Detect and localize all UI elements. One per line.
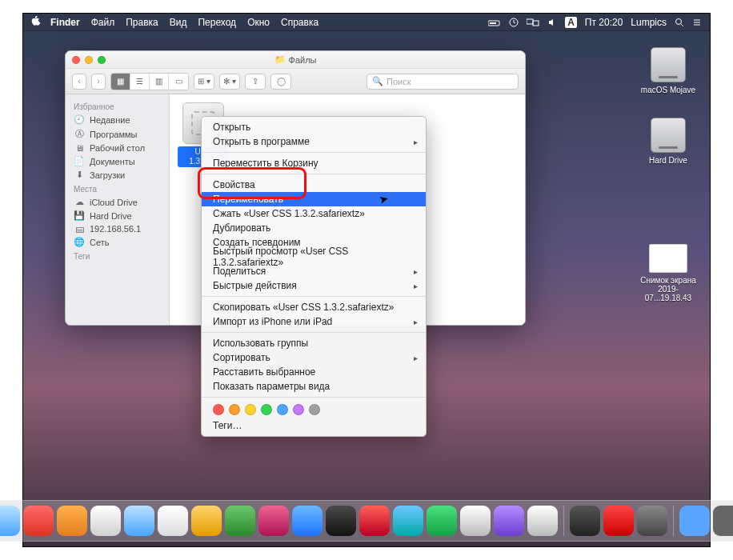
dock[interactable] [0, 500, 733, 542]
context-menu-item[interactable]: Быстрый просмотр «User CSS 1.3.2.safarie… [202, 250, 426, 264]
sidebar-item[interactable]: ⬇Загрузки [66, 168, 169, 182]
fullscreen-button[interactable] [98, 56, 106, 64]
context-menu-item[interactable]: Показать параметры вида [202, 379, 426, 394]
context-menu-item[interactable]: Свойства [202, 178, 426, 192]
dock-app[interactable] [258, 506, 289, 536]
dock-app[interactable] [0, 506, 20, 536]
context-menu-item[interactable]: Переименовать [202, 192, 426, 206]
tag-color[interactable] [277, 404, 288, 415]
context-menu-item[interactable]: Скопировать «User CSS 1.3.2.safariextz» [202, 300, 426, 314]
dock-app[interactable] [460, 506, 491, 536]
tag-color[interactable] [229, 404, 240, 415]
dock-app[interactable] [494, 506, 524, 536]
desktop-icon-screenshot[interactable]: Снимок экрана 2019-07...19.18.43 [636, 244, 700, 302]
context-menu-item[interactable]: Открыть [202, 120, 426, 134]
sidebar-item[interactable]: 🌐Сеть [66, 235, 169, 249]
menu-window[interactable]: Окно [247, 17, 270, 28]
sidebar-item[interactable]: 💾Hard Drive [66, 209, 169, 222]
dock-app[interactable] [225, 506, 255, 536]
tags-button[interactable]: ◯ [270, 74, 291, 90]
dock-app[interactable] [603, 506, 634, 536]
back-button[interactable]: ‹ [72, 74, 86, 90]
dock-app[interactable] [393, 506, 423, 536]
context-menu-item[interactable]: Переместить в Корзину [202, 156, 426, 170]
tag-picker[interactable] [202, 401, 426, 418]
menu-view[interactable]: Вид [170, 17, 187, 28]
sidebar-item[interactable]: ⒶПрограммы [66, 126, 169, 142]
share-button[interactable]: ⇪ [245, 74, 266, 90]
context-menu-item[interactable]: Дублировать [202, 221, 426, 235]
dock-app[interactable] [637, 506, 667, 536]
dock-app[interactable] [570, 506, 600, 536]
dock-app[interactable] [158, 506, 188, 536]
apple-menu-icon[interactable] [31, 16, 41, 28]
menu-edit[interactable]: Правка [126, 17, 158, 28]
sidebar-item[interactable]: 🖴192.168.56.1 [66, 222, 169, 235]
dock-app[interactable] [427, 506, 457, 536]
clock[interactable]: Пт 20:20 [585, 17, 623, 28]
minimize-button[interactable] [85, 56, 93, 64]
search-icon[interactable] [675, 17, 684, 28]
tag-color[interactable] [293, 404, 304, 415]
titlebar[interactable]: 📁 Файлы [66, 51, 525, 69]
dock-app[interactable] [57, 506, 87, 536]
disk-icon [651, 47, 686, 82]
icon-view-button[interactable]: ▦ [111, 74, 130, 90]
context-menu-item[interactable]: Открыть в программе [202, 134, 426, 149]
dock-app[interactable] [23, 506, 54, 536]
dock-stack[interactable] [679, 506, 710, 536]
volume-icon[interactable] [547, 17, 557, 28]
disk-status-icon[interactable] [488, 17, 501, 28]
view-switcher[interactable]: ▦ ☰ ▥ ▭ [110, 73, 189, 90]
dock-app[interactable] [191, 506, 222, 536]
action-button[interactable]: ✻ ▾ [219, 74, 240, 90]
sidebar-item[interactable]: ☁iCloud Drive [66, 195, 169, 209]
language-indicator[interactable]: А [565, 17, 577, 28]
timemachine-icon[interactable] [509, 17, 519, 28]
dock-app[interactable] [90, 506, 121, 536]
dock-app[interactable] [124, 506, 154, 536]
desktop[interactable]: Finder Файл Правка Вид Переход Окно Спра… [22, 13, 711, 547]
context-menu[interactable]: ОткрытьОткрыть в программеПереместить в … [201, 116, 427, 437]
context-menu-item-tags[interactable]: Теги… [202, 418, 426, 433]
tag-color[interactable] [261, 404, 272, 415]
forward-button[interactable]: › [91, 74, 106, 90]
displays-icon[interactable] [527, 17, 539, 28]
sidebar-item-label: iCloud Drive [90, 198, 138, 207]
sidebar-item[interactable]: 🖥Рабочий стол [66, 142, 169, 154]
gallery-view-button[interactable]: ▭ [169, 74, 188, 90]
context-menu-item[interactable]: Поделиться [202, 264, 426, 278]
close-button[interactable] [72, 56, 80, 64]
dock-app[interactable] [359, 506, 390, 536]
tag-color[interactable] [245, 404, 256, 415]
menu-go[interactable]: Переход [198, 17, 236, 28]
list-view-button[interactable]: ☰ [130, 74, 150, 90]
context-menu-item[interactable]: Расставить выбранное [202, 365, 426, 379]
menu-help[interactable]: Справка [281, 17, 318, 28]
username[interactable]: Lumpics [631, 17, 667, 28]
dock-app[interactable] [292, 506, 322, 536]
context-menu-item[interactable]: Сортировать [202, 350, 426, 365]
column-view-button[interactable]: ▥ [150, 74, 169, 90]
notification-center-icon[interactable] [692, 17, 702, 28]
app-name[interactable]: Finder [50, 17, 80, 28]
sidebar-item[interactable]: 📄Документы [66, 154, 169, 168]
dock-app[interactable] [326, 506, 356, 536]
tag-color[interactable] [309, 404, 320, 415]
window-title: Файлы [289, 55, 317, 65]
context-menu-item[interactable]: Импорт из iPhone или iPad [202, 314, 426, 329]
arrange-button[interactable]: ⊞ ▾ [194, 74, 214, 90]
context-menu-item[interactable]: Использовать группы [202, 336, 426, 350]
dock-stack[interactable] [713, 506, 733, 536]
downloads-icon: ⬇ [74, 170, 85, 180]
search-field[interactable]: 🔍 Поиск [366, 74, 519, 90]
menu-file[interactable]: Файл [91, 17, 115, 28]
context-menu-item[interactable]: Сжать «User CSS 1.3.2.safariextz» [202, 206, 426, 221]
sidebar[interactable]: Избранное🕘НедавниеⒶПрограммы🖥Рабочий сто… [66, 94, 170, 325]
sidebar-item[interactable]: 🕘Недавние [66, 113, 169, 126]
tag-color[interactable] [213, 404, 224, 415]
dock-app[interactable] [527, 506, 558, 536]
context-menu-item[interactable]: Быстрые действия [202, 278, 426, 293]
desktop-icon-mojave[interactable]: macOS Mojave [636, 47, 700, 94]
desktop-icon-harddrive[interactable]: Hard Drive [636, 118, 700, 165]
